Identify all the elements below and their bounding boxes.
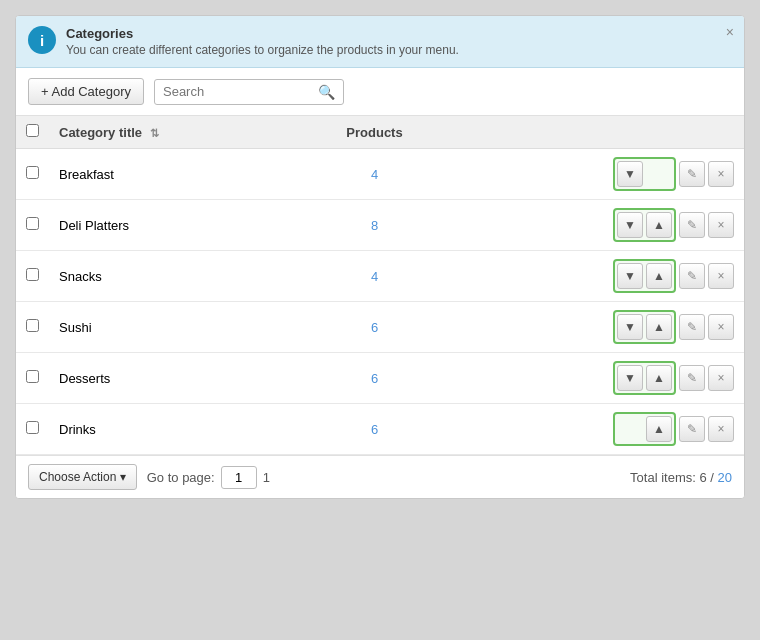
row-products-cell: 6 (296, 404, 453, 455)
choose-action-button[interactable]: Choose Action ▾ (28, 464, 137, 490)
edit-button[interactable]: ✎ (679, 314, 705, 340)
header-actions-col (453, 116, 744, 149)
reorder-buttons-group: ▼▲ (613, 310, 676, 344)
action-buttons-group: ▼▲✎× (463, 208, 734, 242)
categories-panel: i Categories You can create different ca… (15, 15, 745, 499)
row-title-cell: Snacks (49, 251, 296, 302)
move-up-button[interactable]: ▲ (646, 314, 672, 340)
action-buttons-group: ▼✎× (463, 157, 734, 191)
row-products-cell: 6 (296, 302, 453, 353)
product-count-link[interactable]: 4 (371, 269, 378, 284)
row-title-cell: Desserts (49, 353, 296, 404)
row-checkbox[interactable] (26, 166, 39, 179)
total-items: Total items: 6 / 20 (630, 470, 732, 485)
move-up-button[interactable]: ▲ (646, 365, 672, 391)
row-checkbox[interactable] (26, 268, 39, 281)
toolbar: + Add Category 🔍 (16, 68, 744, 116)
search-input[interactable] (163, 84, 313, 99)
product-count-link[interactable]: 8 (371, 218, 378, 233)
move-up-button[interactable]: ▲ (646, 263, 672, 289)
search-box: 🔍 (154, 79, 344, 105)
action-buttons-group: ▼▲✎× (463, 361, 734, 395)
delete-button[interactable]: × (708, 161, 734, 187)
row-checkbox[interactable] (26, 217, 39, 230)
info-icon: i (28, 26, 56, 54)
row-checkbox[interactable] (26, 319, 39, 332)
row-products-cell: 4 (296, 251, 453, 302)
product-count-link[interactable]: 6 (371, 422, 378, 437)
product-count-link[interactable]: 4 (371, 167, 378, 182)
edit-button[interactable]: ✎ (679, 212, 705, 238)
header-products: Products (296, 116, 453, 149)
dropdown-arrow-icon: ▾ (120, 470, 126, 484)
reorder-buttons-group: ▼▲ (613, 259, 676, 293)
row-checkbox-cell (16, 353, 49, 404)
table-row: Deli Platters8▼▲✎× (16, 200, 744, 251)
select-all-checkbox[interactable] (26, 124, 39, 137)
row-checkbox-cell (16, 302, 49, 353)
reorder-buttons-group: ▼▲ (613, 361, 676, 395)
action-buttons-group: ▼▲✎× (463, 259, 734, 293)
row-actions-cell: ▼▲✎× (453, 251, 744, 302)
move-up-button[interactable]: ▲ (646, 212, 672, 238)
search-icon: 🔍 (318, 84, 335, 100)
table-row: Drinks6▲✎× (16, 404, 744, 455)
edit-button[interactable]: ✎ (679, 263, 705, 289)
sort-icon: ⇅ (150, 127, 159, 139)
footer: Choose Action ▾ Go to page: 1 Total item… (16, 455, 744, 498)
delete-button[interactable]: × (708, 263, 734, 289)
row-checkbox-cell (16, 149, 49, 200)
row-products-cell: 6 (296, 353, 453, 404)
row-checkbox-cell (16, 200, 49, 251)
move-up-button[interactable]: ▲ (646, 416, 672, 442)
total-count-link[interactable]: 20 (718, 470, 732, 485)
product-count-link[interactable]: 6 (371, 320, 378, 335)
row-actions-cell: ▼▲✎× (453, 200, 744, 251)
delete-button[interactable]: × (708, 416, 734, 442)
total-text: Total items: 6 / (630, 470, 714, 485)
delete-button[interactable]: × (708, 212, 734, 238)
product-count-link[interactable]: 6 (371, 371, 378, 386)
edit-button[interactable]: ✎ (679, 416, 705, 442)
table-row: Snacks4▼▲✎× (16, 251, 744, 302)
add-category-button[interactable]: + Add Category (28, 78, 144, 105)
down-button-spacer (617, 416, 643, 442)
row-actions-cell: ▲✎× (453, 404, 744, 455)
move-down-button[interactable]: ▼ (617, 263, 643, 289)
action-buttons-group: ▲✎× (463, 412, 734, 446)
close-banner-button[interactable]: × (726, 24, 734, 40)
edit-button[interactable]: ✎ (679, 365, 705, 391)
action-buttons-group: ▼▲✎× (463, 310, 734, 344)
reorder-buttons-group: ▲ (613, 412, 676, 446)
delete-button[interactable]: × (708, 314, 734, 340)
row-title-cell: Deli Platters (49, 200, 296, 251)
page-input[interactable] (221, 466, 257, 489)
row-products-cell: 8 (296, 200, 453, 251)
banner-title: Categories (66, 26, 732, 41)
move-down-button[interactable]: ▼ (617, 161, 643, 187)
header-checkbox-col (16, 116, 49, 149)
row-checkbox[interactable] (26, 421, 39, 434)
header-category-title: Category title ⇅ (49, 116, 296, 149)
move-down-button[interactable]: ▼ (617, 365, 643, 391)
row-checkbox[interactable] (26, 370, 39, 383)
row-actions-cell: ▼▲✎× (453, 353, 744, 404)
row-title-cell: Breakfast (49, 149, 296, 200)
info-banner: i Categories You can create different ca… (16, 16, 744, 68)
row-title-cell: Drinks (49, 404, 296, 455)
goto-label: Go to page: (147, 470, 215, 485)
table-row: Sushi6▼▲✎× (16, 302, 744, 353)
banner-description: You can create different categories to o… (66, 43, 732, 57)
info-text-block: Categories You can create different cate… (66, 26, 732, 57)
delete-button[interactable]: × (708, 365, 734, 391)
choose-action-label: Choose Action (39, 470, 116, 484)
edit-button[interactable]: ✎ (679, 161, 705, 187)
row-checkbox-cell (16, 251, 49, 302)
row-products-cell: 4 (296, 149, 453, 200)
reorder-buttons-group: ▼▲ (613, 208, 676, 242)
categories-table: Category title ⇅ Products Breakfast4▼✎×D… (16, 116, 744, 455)
move-down-button[interactable]: ▼ (617, 314, 643, 340)
row-checkbox-cell (16, 404, 49, 455)
table-row: Desserts6▼▲✎× (16, 353, 744, 404)
move-down-button[interactable]: ▼ (617, 212, 643, 238)
